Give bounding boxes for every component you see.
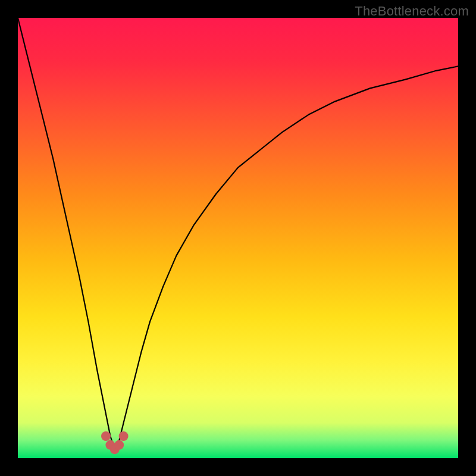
chart-frame: TheBottleneck.com <box>0 0 476 476</box>
optimum-marker <box>114 440 124 450</box>
optimum-marker <box>119 431 129 441</box>
plot-area <box>18 18 458 458</box>
watermark-text: TheBottleneck.com <box>355 4 469 19</box>
curve-layer <box>18 18 458 458</box>
optimum-marker <box>101 431 111 441</box>
bottleneck-curve <box>18 18 458 449</box>
